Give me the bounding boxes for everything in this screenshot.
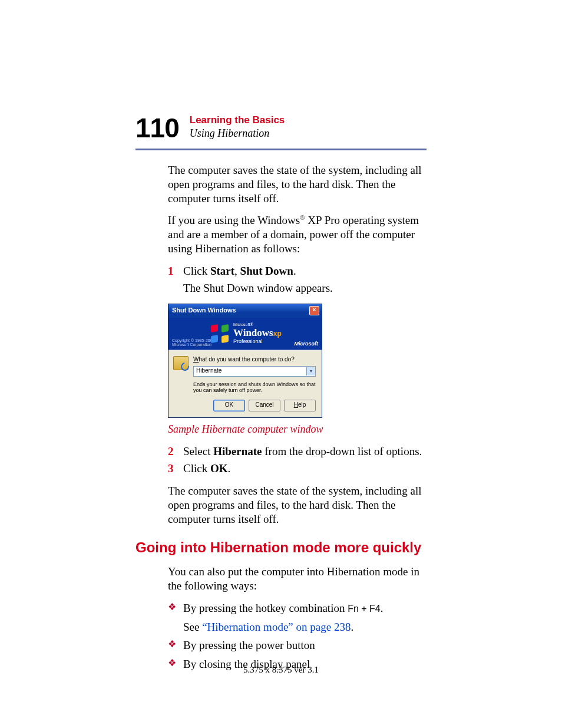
cross-reference-link[interactable]: “Hibernation mode” on page 238: [202, 621, 351, 633]
text: xp: [273, 330, 282, 338]
header-text: Learning the Basics Using Hibernation: [190, 114, 285, 140]
body-column: The computer saves the state of the syst…: [168, 163, 427, 671]
brand-text: Microsoft® Windowsxp Professional: [233, 322, 282, 345]
step-number: 1: [168, 264, 183, 278]
page-header: 110 Learning the Basics Using Hibernatio…: [135, 114, 427, 141]
bold-text: OK: [210, 462, 228, 475]
bullet-subtext: See “Hibernation mode” on page 238.: [183, 620, 427, 634]
copyright-text: Copyright © 1985-2001 Microsoft Corporat…: [172, 338, 214, 347]
bullet-text: By pressing the hotkey combination Fn + …: [183, 601, 427, 615]
text: hat do you want the computer to do?: [199, 356, 294, 363]
list-item: 2 Select Hibernate from the drop-down li…: [168, 444, 427, 459]
page-number: 110: [135, 114, 179, 141]
dialog-form: What do you want the computer to do? Hib…: [193, 356, 316, 394]
text: ,: [234, 265, 240, 277]
dialog-question: What do you want the computer to do?: [193, 356, 316, 364]
step-text: Select Hibernate from the drop-down list…: [183, 444, 427, 459]
action-select[interactable]: Hibernate ▾: [193, 366, 316, 377]
text: Professional: [233, 338, 282, 345]
text: .: [351, 621, 353, 633]
page: 110 Learning the Basics Using Hibernatio…: [0, 0, 562, 728]
text: .: [381, 602, 384, 614]
subchapter-title: Using Hibernation: [190, 127, 285, 140]
section-heading: Going into Hibernation mode more quickly: [135, 539, 427, 556]
shutdown-icon: [173, 356, 189, 370]
figure-caption: Sample Hibernate computer window: [168, 423, 427, 436]
ok-button[interactable]: OK: [213, 400, 245, 411]
diamond-bullet-icon: ❖: [168, 601, 183, 615]
dialog-title: Shut Down Windows: [172, 307, 236, 315]
text: H: [294, 401, 298, 408]
close-icon[interactable]: ×: [309, 306, 319, 315]
header-rule: [135, 149, 427, 150]
cancel-button[interactable]: Cancel: [249, 400, 280, 411]
paragraph: The computer saves the state of the syst…: [168, 484, 427, 526]
text: Select: [183, 445, 213, 457]
dialog-body: What do you want the computer to do? Hib…: [168, 350, 322, 397]
dialog-description: Ends your session and shuts down Windows…: [193, 381, 316, 394]
text: elp: [298, 401, 306, 408]
chapter-title: Learning the Basics: [190, 114, 285, 126]
step-text: Click Start, Shut Down.: [183, 264, 427, 278]
list-item: 3 Click OK.: [168, 462, 427, 476]
page-footer: 5.375 x 8.375 ver 3.1: [0, 665, 562, 675]
text: from the drop-down list of options.: [262, 445, 422, 457]
bullet-text: By pressing the power button: [183, 638, 427, 653]
text: Click: [183, 462, 210, 475]
diamond-bullet-icon: ❖: [168, 638, 183, 653]
dialog-titlebar: Shut Down Windows ×: [168, 304, 322, 318]
text: Copyright © 1985-2001: [172, 338, 214, 343]
select-value: Hibernate: [196, 367, 222, 375]
step-number: 3: [168, 462, 183, 476]
text: See: [183, 621, 202, 633]
text: Microsoft: [295, 341, 319, 347]
bold-text: Hibernate: [213, 445, 262, 457]
text: If you are using the Windows: [168, 214, 300, 226]
list-item: ❖ By pressing the power button: [168, 638, 427, 653]
list-item: 1 Click Start, Shut Down.: [168, 264, 427, 278]
paragraph: The computer saves the state of the syst…: [168, 163, 427, 205]
windows-flag-icon: [211, 325, 229, 342]
shutdown-dialog-figure: Shut Down Windows × Copyright © 1985-200…: [168, 304, 322, 418]
step-subtext: The Shut Down window appears.: [183, 281, 427, 295]
chevron-down-icon[interactable]: ▾: [306, 367, 315, 375]
step-number: 2: [168, 444, 183, 459]
bold-text: Shut Down: [240, 265, 293, 277]
help-button[interactable]: Help: [284, 400, 316, 411]
bold-text: Start: [210, 265, 234, 277]
text: By pressing the hotkey combination: [183, 602, 348, 614]
dialog-banner: Copyright © 1985-2001 Microsoft Corporat…: [168, 318, 322, 350]
registered-mark: ®: [300, 214, 305, 221]
numbered-list: 2 Select Hibernate from the drop-down li…: [168, 444, 427, 476]
text: Windows: [233, 327, 273, 338]
list-item: ❖ By pressing the hotkey combination Fn …: [168, 601, 427, 615]
text: Click: [183, 265, 210, 277]
text: .: [227, 462, 230, 475]
paragraph: You can also put the computer into Hiber…: [168, 565, 427, 593]
numbered-list: 1 Click Start, Shut Down. The Shut Down …: [168, 264, 427, 296]
key-combo: Fn + F4: [348, 604, 381, 614]
dialog-buttons: OK Cancel Help: [168, 397, 322, 417]
step-text: Click OK.: [183, 462, 427, 476]
paragraph: If you are using the Windows® XP Pro ope…: [168, 213, 427, 255]
text: .: [293, 265, 296, 277]
text: Microsoft Corporation: [172, 342, 214, 347]
